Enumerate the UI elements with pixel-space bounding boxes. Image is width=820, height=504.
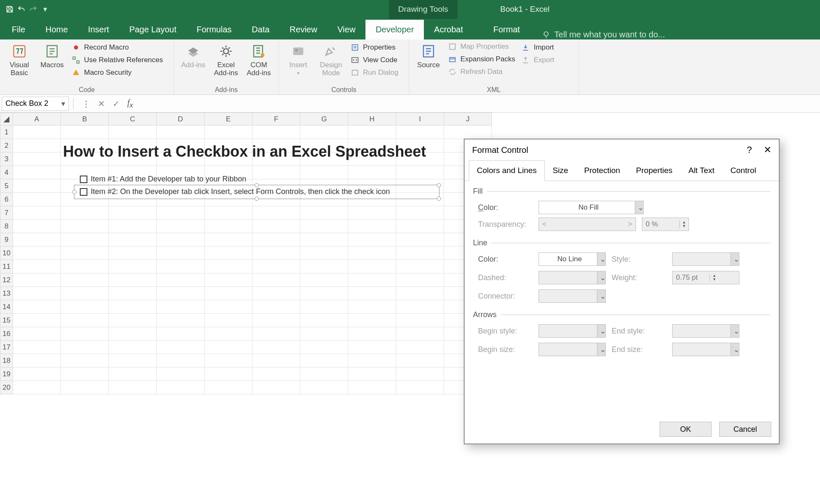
design-mode-button[interactable]: Design Mode xyxy=(316,41,346,79)
cell[interactable] xyxy=(300,273,348,287)
cell[interactable] xyxy=(157,368,205,381)
line-color-dropdown[interactable]: No Line⌄ xyxy=(539,252,606,266)
cell[interactable] xyxy=(13,287,61,300)
cell[interactable] xyxy=(109,126,157,139)
record-macro-button[interactable]: Record Macro xyxy=(70,42,165,53)
cell[interactable] xyxy=(61,233,109,247)
cell[interactable] xyxy=(61,381,109,394)
cell[interactable] xyxy=(252,354,300,368)
row-header[interactable]: 18 xyxy=(0,354,13,368)
checkbox-icon[interactable] xyxy=(80,188,87,196)
cell[interactable] xyxy=(300,166,348,179)
cell[interactable] xyxy=(300,341,348,354)
row-header[interactable]: 1 xyxy=(0,126,13,139)
cell[interactable] xyxy=(205,220,252,233)
cell[interactable] xyxy=(13,247,61,260)
cell[interactable] xyxy=(61,314,109,327)
tab-view[interactable]: View xyxy=(327,20,365,39)
checkbox-item-2[interactable]: Item #2: On the Developer tab click Inse… xyxy=(80,187,390,196)
cell[interactable] xyxy=(109,247,157,260)
cell[interactable] xyxy=(252,233,300,247)
cell[interactable] xyxy=(300,354,348,368)
source-button[interactable]: Source xyxy=(413,41,444,77)
cell[interactable] xyxy=(157,206,205,220)
cell[interactable] xyxy=(13,193,61,206)
cell[interactable] xyxy=(300,368,348,381)
row-header[interactable]: 10 xyxy=(0,247,13,260)
cell[interactable] xyxy=(109,233,157,247)
cell[interactable] xyxy=(109,341,157,354)
cell[interactable] xyxy=(109,327,157,341)
cell[interactable] xyxy=(205,260,252,273)
column-header[interactable]: H xyxy=(348,113,396,126)
cell[interactable] xyxy=(61,247,109,260)
cell[interactable] xyxy=(61,287,109,300)
cell[interactable] xyxy=(396,206,444,220)
cell[interactable] xyxy=(13,179,61,193)
row-header[interactable]: 11 xyxy=(0,260,13,273)
cell[interactable] xyxy=(348,368,396,381)
cell[interactable] xyxy=(13,314,61,327)
cell[interactable] xyxy=(61,327,109,341)
cell[interactable] xyxy=(205,287,252,300)
cell[interactable] xyxy=(13,139,61,152)
cell[interactable] xyxy=(396,247,444,260)
cell[interactable] xyxy=(61,300,109,314)
cell[interactable] xyxy=(205,126,252,139)
cell[interactable] xyxy=(13,341,61,354)
cell[interactable] xyxy=(157,341,205,354)
cell[interactable] xyxy=(300,260,348,273)
cell[interactable] xyxy=(300,314,348,327)
cell[interactable] xyxy=(109,206,157,220)
cell[interactable] xyxy=(13,220,61,233)
row-header[interactable]: 16 xyxy=(0,327,13,341)
com-addins-button[interactable]: COM Add-ins xyxy=(244,41,274,79)
map-properties-button[interactable]: Map Properties xyxy=(446,41,517,52)
cell[interactable] xyxy=(205,368,252,381)
column-header[interactable]: E xyxy=(205,113,252,126)
checkbox-icon[interactable] xyxy=(80,176,87,183)
cell[interactable] xyxy=(396,126,444,139)
fx-icon[interactable]: fx xyxy=(127,98,133,110)
cell[interactable] xyxy=(13,381,61,394)
column-header[interactable]: A xyxy=(13,113,61,126)
cell[interactable] xyxy=(396,368,444,381)
column-header[interactable]: F xyxy=(252,113,300,126)
cell[interactable] xyxy=(13,354,61,368)
cell[interactable] xyxy=(205,206,252,220)
cell[interactable] xyxy=(61,220,109,233)
cell[interactable] xyxy=(157,314,205,327)
cell[interactable] xyxy=(348,126,396,139)
cell[interactable] xyxy=(205,273,252,287)
cell[interactable] xyxy=(252,166,300,179)
row-header[interactable]: 9 xyxy=(0,233,13,247)
tab-home[interactable]: Home xyxy=(35,20,78,39)
cell[interactable] xyxy=(13,152,61,166)
cell[interactable] xyxy=(13,273,61,287)
cell[interactable] xyxy=(252,220,300,233)
tab-acrobat[interactable]: Acrobat xyxy=(424,20,473,39)
column-header[interactable]: J xyxy=(444,113,492,126)
cell[interactable] xyxy=(396,233,444,247)
cell[interactable] xyxy=(348,166,396,179)
cell[interactable] xyxy=(13,260,61,273)
undo-icon[interactable] xyxy=(17,5,26,14)
cell[interactable] xyxy=(252,260,300,273)
close-icon[interactable]: ✕ xyxy=(764,144,771,155)
cell[interactable] xyxy=(13,126,61,139)
chevron-down-icon[interactable]: ▾ xyxy=(61,99,65,108)
cell[interactable] xyxy=(61,260,109,273)
row-header[interactable]: 3 xyxy=(0,152,13,166)
dlg-tab-size[interactable]: Size xyxy=(545,160,576,181)
cell[interactable] xyxy=(396,220,444,233)
cell[interactable] xyxy=(300,126,348,139)
cell[interactable] xyxy=(252,368,300,381)
cell[interactable] xyxy=(252,247,300,260)
cell[interactable] xyxy=(205,300,252,314)
cell[interactable] xyxy=(205,233,252,247)
cell[interactable] xyxy=(252,300,300,314)
refresh-data-button[interactable]: Refresh Data xyxy=(446,66,517,77)
cell[interactable] xyxy=(396,354,444,368)
dlg-tab-colors-lines[interactable]: Colors and Lines xyxy=(469,160,545,181)
qat-customize-icon[interactable]: ▾ xyxy=(40,5,50,14)
